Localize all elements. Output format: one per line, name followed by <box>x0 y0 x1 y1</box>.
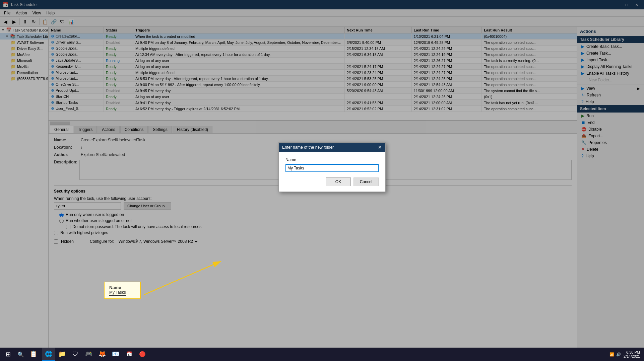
dialog-title-bar: Enter name of the new folder ✕ <box>279 143 385 152</box>
callout-box: Name My Tasks <box>104 282 141 299</box>
taskbar-start-button[interactable]: ⊞ <box>1 348 15 361</box>
dialog: Enter name of the new folder ✕ Name OK C… <box>278 142 386 192</box>
taskbar-wifi: 📶 <box>609 352 614 357</box>
taskbar-search-button[interactable]: 🔍 <box>15 348 27 360</box>
taskbar-sys-icons: 📶 🔊 <box>609 352 621 357</box>
taskbar-app1[interactable]: 📅 <box>122 348 136 361</box>
dialog-name-input[interactable] <box>285 164 379 172</box>
taskbar-time-value: 6:30 PM <box>624 350 640 354</box>
taskbar-firefox[interactable]: 🦊 <box>95 348 109 361</box>
taskbar-app2[interactable]: 🔴 <box>136 348 149 361</box>
dialog-title-text: Enter name of the new folder <box>282 145 334 150</box>
dialog-close-button[interactable]: ✕ <box>378 145 382 150</box>
taskbar-gamepass[interactable]: 🎮 <box>82 348 95 361</box>
taskbar-volume: 🔊 <box>616 352 621 357</box>
dialog-body: Name OK Cancel <box>279 152 385 192</box>
taskbar-task-view[interactable]: 📋 <box>27 348 40 361</box>
taskbar-store[interactable]: 🛡 <box>69 348 82 361</box>
dialog-buttons: OK Cancel <box>285 177 379 186</box>
dialog-overlay: Enter name of the new folder ✕ Name OK C… <box>0 0 644 361</box>
taskbar: ⊞ 🔍 📋 🌐 📁 🛡 🎮 🦊 📧 📅 🔴 📶 🔊 6:30 PM 2/14/2… <box>0 348 644 361</box>
taskbar-right: 📶 🔊 6:30 PM 2/14/2021 <box>609 350 643 358</box>
taskbar-explorer[interactable]: 📁 <box>55 348 69 361</box>
taskbar-clock: 6:30 PM 2/14/2021 <box>624 350 640 358</box>
taskbar-date-value: 2/14/2021 <box>624 354 640 358</box>
dialog-cancel-button[interactable]: Cancel <box>353 177 379 186</box>
taskbar-sep <box>41 349 41 359</box>
callout-label: Name <box>109 285 135 290</box>
callout-value: My Tasks <box>109 290 126 296</box>
taskbar-mail[interactable]: 📧 <box>109 348 122 361</box>
dialog-name-label: Name <box>285 157 379 162</box>
callout-annotation: Name My Tasks <box>104 282 141 299</box>
dialog-ok-button[interactable]: OK <box>326 177 351 186</box>
taskbar-edge[interactable]: 🌐 <box>42 348 55 361</box>
